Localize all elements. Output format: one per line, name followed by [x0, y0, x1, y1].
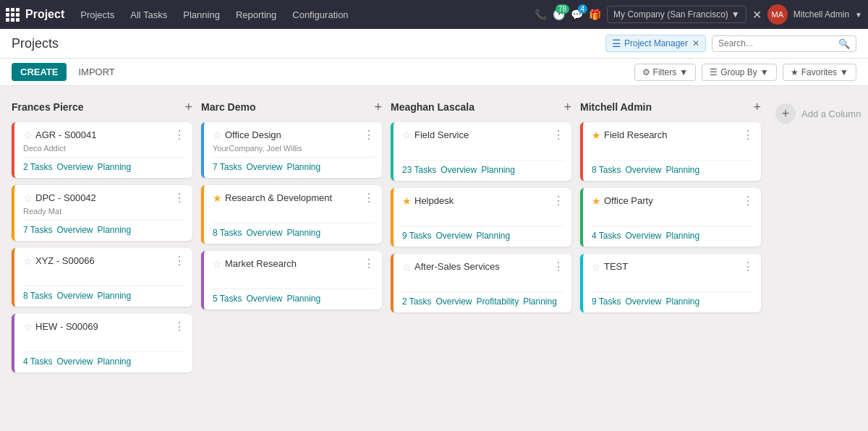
card-menu-icon[interactable]: ⋮	[363, 129, 375, 141]
app-logo[interactable]: Project	[6, 8, 64, 22]
import-button[interactable]: IMPORT	[72, 63, 120, 81]
card-title: XYZ - S00066	[35, 255, 174, 266]
link-planning[interactable]: Planning	[286, 228, 320, 238]
card-menu-icon[interactable]: ⋮	[174, 192, 185, 204]
message-icon[interactable]: 💬 4	[571, 9, 583, 20]
star-icon[interactable]: ★	[213, 192, 222, 204]
link-planning[interactable]: Planning	[665, 165, 699, 175]
card-menu-icon[interactable]: ⋮	[174, 129, 185, 141]
star-icon[interactable]: ★	[592, 129, 601, 141]
tasks-count[interactable]: 23 Tasks	[402, 165, 436, 175]
tasks-count[interactable]: 4 Tasks	[23, 357, 52, 367]
company-selector[interactable]: My Company (San Francisco) ▼	[607, 6, 746, 23]
tasks-count[interactable]: 4 Tasks	[592, 231, 621, 241]
link-overview[interactable]: Overview	[625, 165, 661, 175]
column-add-mitchell[interactable]: +	[753, 101, 761, 114]
column-add-frances[interactable]: +	[184, 101, 192, 114]
star-icon[interactable]: ☆	[213, 129, 222, 141]
card-menu-icon[interactable]: ⋮	[553, 129, 564, 141]
link-overview[interactable]: Overview	[56, 291, 93, 301]
link-overview[interactable]: Overview	[441, 165, 477, 175]
link-planning[interactable]: Planning	[97, 357, 131, 367]
tasks-count[interactable]: 2 Tasks	[402, 296, 431, 307]
tasks-count[interactable]: 9 Tasks	[592, 296, 621, 307]
nav-planning[interactable]: Planning	[176, 7, 227, 23]
filters-button[interactable]: ⚙ Filters ▼	[634, 64, 697, 81]
link-overview[interactable]: Overview	[56, 225, 93, 235]
card-menu-icon[interactable]: ⋮	[742, 261, 754, 273]
star-icon[interactable]: ☆	[213, 258, 222, 270]
clock-icon[interactable]: 🕐 78	[553, 9, 565, 20]
star-icon[interactable]: ☆	[23, 321, 33, 333]
link-overview[interactable]: Overview	[56, 357, 93, 367]
link-planning[interactable]: Planning	[481, 165, 515, 175]
create-button[interactable]: CREATE	[12, 63, 67, 81]
tasks-count[interactable]: 7 Tasks	[213, 162, 242, 172]
user-avatar[interactable]: MA	[767, 4, 788, 25]
star-icon[interactable]: ☆	[23, 255, 33, 267]
tasks-count[interactable]: 8 Tasks	[592, 165, 621, 175]
link-overview[interactable]: Overview	[625, 231, 661, 241]
tasks-count[interactable]: 7 Tasks	[23, 225, 52, 235]
link-planning[interactable]: Planning	[523, 296, 557, 307]
link-overview[interactable]: Overview	[435, 231, 472, 241]
nav-all-tasks[interactable]: All Tasks	[123, 7, 174, 23]
tasks-count[interactable]: 5 Tasks	[213, 294, 242, 304]
link-overview[interactable]: Overview	[435, 296, 472, 307]
link-planning[interactable]: Planning	[665, 231, 699, 241]
link-overview[interactable]: Overview	[246, 294, 282, 304]
tasks-count[interactable]: 9 Tasks	[402, 231, 431, 241]
star-icon[interactable]: ☆	[23, 129, 33, 141]
user-dropdown-icon[interactable]: ▼	[855, 11, 862, 19]
card-menu-icon[interactable]: ⋮	[742, 195, 754, 207]
search-box[interactable]: 🔍	[712, 35, 856, 52]
star-icon[interactable]: ☆	[402, 261, 412, 273]
link-planning[interactable]: Planning	[286, 294, 320, 304]
link-planning[interactable]: Planning	[665, 296, 699, 307]
link-planning[interactable]: Planning	[97, 291, 131, 301]
favorites-button[interactable]: ★ Favorites ▼	[783, 64, 856, 81]
close-icon[interactable]: ✕	[752, 8, 762, 22]
card-menu-icon[interactable]: ⋮	[174, 255, 185, 267]
column-add-marc[interactable]: +	[374, 101, 382, 114]
star-icon[interactable]: ☆	[592, 261, 601, 273]
page-title: Projects	[12, 36, 59, 51]
card-menu-icon[interactable]: ⋮	[174, 321, 185, 333]
tasks-count[interactable]: 2 Tasks	[23, 162, 52, 172]
link-overview[interactable]: Overview	[246, 228, 282, 238]
gift-icon[interactable]: 🎁	[589, 9, 601, 20]
star-icon[interactable]: ☆	[402, 129, 412, 141]
star-icon[interactable]: ☆	[23, 192, 33, 204]
add-column[interactable]: + Add a Column	[770, 98, 868, 129]
star-icon[interactable]: ★	[592, 195, 601, 207]
tasks-count[interactable]: 8 Tasks	[23, 291, 52, 301]
project-manager-filter[interactable]: ☰ Project Manager ✕	[605, 35, 706, 52]
link-profitability[interactable]: Profitability	[476, 296, 519, 307]
card-menu-icon[interactable]: ⋮	[553, 261, 564, 273]
link-overview[interactable]: Overview	[625, 296, 661, 307]
link-planning[interactable]: Planning	[286, 162, 320, 172]
link-planning[interactable]: Planning	[97, 225, 131, 235]
link-planning[interactable]: Planning	[476, 231, 510, 241]
card-menu-icon[interactable]: ⋮	[553, 195, 564, 207]
phone-icon[interactable]: 📞	[535, 9, 547, 20]
card-after-sales: ☆ After-Sales Services ⋮ 2 Tasks Overvie…	[391, 254, 571, 312]
link-overview[interactable]: Overview	[246, 162, 282, 172]
user-name[interactable]: Mitchell Admin	[793, 9, 849, 20]
card-menu-icon[interactable]: ⋮	[363, 258, 375, 270]
card-menu-icon[interactable]: ⋮	[742, 129, 754, 141]
remove-filter-icon[interactable]: ✕	[692, 38, 699, 48]
search-input[interactable]	[718, 38, 838, 48]
star-icon[interactable]: ★	[402, 195, 412, 207]
nav-configuration[interactable]: Configuration	[285, 7, 355, 23]
link-planning[interactable]: Planning	[97, 162, 131, 172]
group-by-button[interactable]: ☰ Group By ▼	[702, 64, 777, 81]
card-menu-icon[interactable]: ⋮	[363, 192, 375, 204]
add-column-inner[interactable]: + Add a Column	[770, 98, 868, 129]
apps-grid-icon[interactable]	[6, 8, 20, 22]
link-overview[interactable]: Overview	[56, 162, 93, 172]
column-add-meaghan[interactable]: +	[563, 101, 571, 114]
nav-projects[interactable]: Projects	[73, 7, 122, 23]
tasks-count[interactable]: 8 Tasks	[213, 228, 242, 238]
nav-reporting[interactable]: Reporting	[229, 7, 284, 23]
